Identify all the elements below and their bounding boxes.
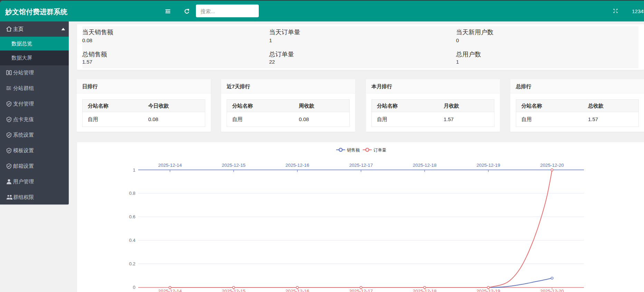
svg-text:销售额: 销售额 <box>347 148 360 153</box>
svg-text:2025-12-17: 2025-12-17 <box>349 163 373 168</box>
svg-text:1: 1 <box>133 167 135 173</box>
svg-text:0.2: 0.2 <box>129 261 135 266</box>
svg-text:2025-12-18: 2025-12-18 <box>413 163 437 168</box>
svg-text:2025-12-20: 2025-12-20 <box>540 163 564 168</box>
svg-text:2025-12-14: 2025-12-14 <box>158 289 182 292</box>
svg-text:2025-12-16: 2025-12-16 <box>285 163 309 168</box>
svg-text:0.8: 0.8 <box>129 191 135 196</box>
svg-text:0.6: 0.6 <box>129 214 135 219</box>
svg-text:2025-12-20: 2025-12-20 <box>540 289 564 292</box>
svg-text:0: 0 <box>133 285 135 290</box>
svg-text:订单量: 订单量 <box>373 148 387 153</box>
svg-text:2025-12-18: 2025-12-18 <box>413 289 437 292</box>
svg-text:2025-12-15: 2025-12-15 <box>222 163 246 168</box>
svg-text:2025-12-14: 2025-12-14 <box>158 163 182 168</box>
svg-text:2025-12-19: 2025-12-19 <box>476 163 500 168</box>
svg-text:2025-12-19: 2025-12-19 <box>476 289 500 292</box>
svg-text:2025-12-16: 2025-12-16 <box>285 289 309 292</box>
svg-text:2025-12-17: 2025-12-17 <box>349 289 373 292</box>
svg-text:0.4: 0.4 <box>129 238 135 243</box>
svg-text:2025-12-15: 2025-12-15 <box>222 289 246 292</box>
